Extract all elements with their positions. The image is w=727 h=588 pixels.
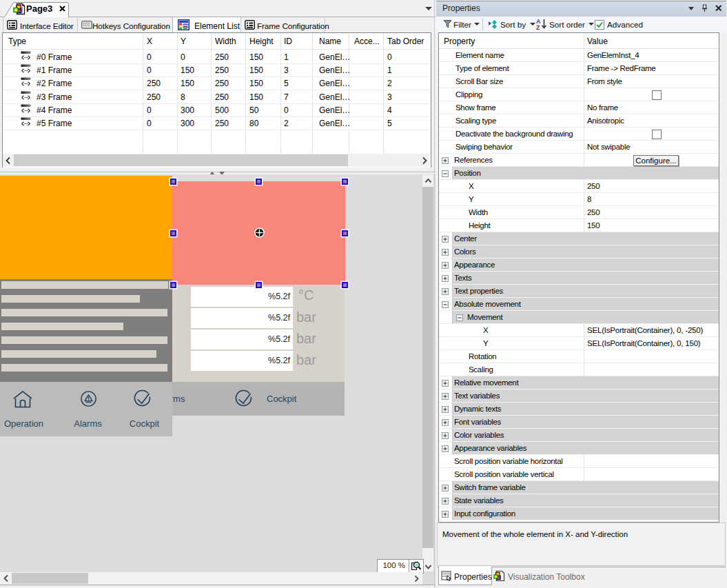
- svg-text:Z: Z: [536, 24, 540, 31]
